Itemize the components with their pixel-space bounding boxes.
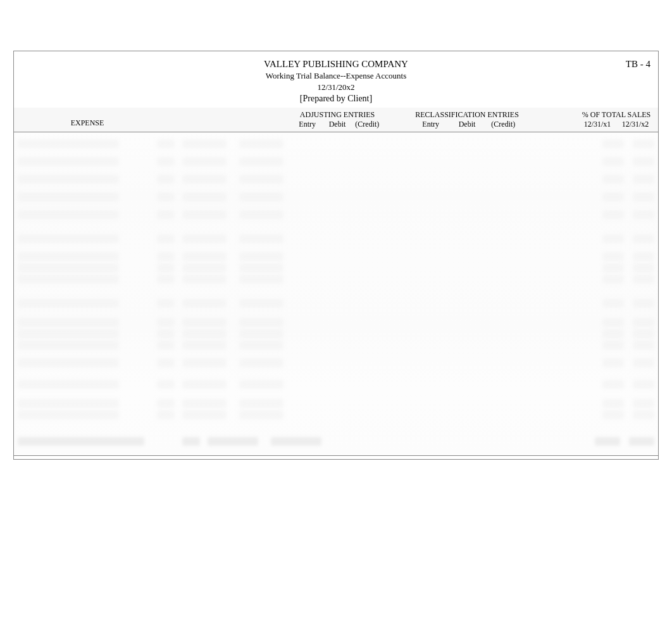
- col-header-adj-debit: Debit: [322, 120, 352, 129]
- report-header: TB - 4 VALLEY PUBLISHING COMPANY Working…: [14, 51, 658, 108]
- prepared-by: [Prepared by Client]: [14, 94, 658, 108]
- col-header-adj-entry: Entry: [292, 120, 322, 129]
- col-group-adjusting-label: ADJUSTING ENTRIES: [290, 110, 385, 120]
- col-header-pct-x2: 12/31/x2: [622, 120, 649, 129]
- col-header-recl-entry: Entry: [413, 120, 449, 129]
- col-header-adj-credit: (Credit): [352, 120, 382, 129]
- col-header-pct-x1: 12/31/x1: [584, 120, 611, 129]
- as-of-date: 12/31/20x2: [14, 82, 658, 92]
- company-name: VALLEY PUBLISHING COMPANY: [14, 59, 658, 70]
- trial-balance-sheet: TB - 4 VALLEY PUBLISHING COMPANY Working…: [13, 51, 659, 460]
- col-group-reclass-label: RECLASSIFICATION ENTRIES: [410, 110, 524, 120]
- col-group-adjusting: ADJUSTING ENTRIES Entry Debit (Credit): [290, 110, 385, 129]
- spacer: [385, 110, 410, 129]
- col-header-recl-credit: (Credit): [485, 120, 521, 129]
- col-group-pct-sales-label: % OF TOTAL SALES: [578, 110, 654, 120]
- column-header-row: EXPENSE ADJUSTING ENTRIES Entry Debit (C…: [14, 108, 658, 132]
- report-title: Working Trial Balance--Expense Accounts: [14, 71, 658, 81]
- col-group-reclass: RECLASSIFICATION ENTRIES Entry Debit (Cr…: [410, 110, 524, 129]
- col-header-recl-debit: Debit: [449, 120, 485, 129]
- sheet-footer-border: [14, 455, 658, 459]
- table-body-obscured: [14, 132, 658, 455]
- page-reference: TB - 4: [626, 59, 650, 70]
- col-header-expense: EXPENSE: [18, 118, 157, 129]
- col-group-pct-sales: % OF TOTAL SALES 12/31/x1 12/31/x2: [578, 110, 654, 129]
